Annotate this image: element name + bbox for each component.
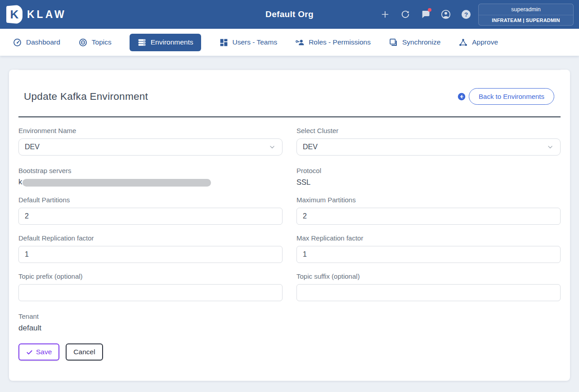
maximum-partitions-field: Maximum Partitions <box>296 187 561 225</box>
refresh-button[interactable] <box>399 9 411 20</box>
grid-icon <box>219 38 229 47</box>
hub-icon <box>458 38 468 47</box>
protocol-field: Protocol SSL <box>296 156 561 187</box>
card-header: Update Kafka Environment Back to Environ… <box>18 82 561 116</box>
page-title: Update Kafka Environment <box>24 91 148 102</box>
notification-dot <box>428 8 431 12</box>
back-to-environments-button[interactable]: Back to Environments <box>469 88 554 105</box>
main-nav: Dashboard Topics Environments Users - Te… <box>0 29 579 56</box>
nav-label: Synchronize <box>402 38 440 46</box>
nav-label: Roles - Permissions <box>309 38 371 46</box>
nav-label: Topics <box>92 38 112 46</box>
update-environment-card: Update Kafka Environment Back to Environ… <box>9 70 570 381</box>
nav-roles-permissions[interactable]: Roles - Permissions <box>295 38 371 47</box>
environment-name-field: Environment Name DEV <box>18 117 283 156</box>
redaction-overlay <box>22 179 211 187</box>
help-icon: ? <box>461 9 471 20</box>
user-icon <box>440 9 451 20</box>
tenant-value: default <box>18 324 283 333</box>
nav-label: Dashboard <box>26 38 60 46</box>
topic-prefix-input[interactable] <box>18 284 283 301</box>
brand[interactable]: K KLAW <box>6 5 67 24</box>
cancel-button[interactable]: Cancel <box>66 343 103 361</box>
tenant-spacer <box>296 301 561 333</box>
header-actions: ? <box>379 9 472 20</box>
top-header: K KLAW Default Org ? superadmin INFRATEA… <box>0 0 579 29</box>
nav-label: Approve <box>472 38 498 46</box>
maximum-partitions-input[interactable] <box>296 208 561 225</box>
nav-approve[interactable]: Approve <box>458 38 498 47</box>
default-replication-factor-field: Default Replication factor <box>18 225 283 263</box>
nav-label: Users - Teams <box>233 38 278 46</box>
brand-name: KLAW <box>27 9 67 21</box>
nav-topics[interactable]: Topics <box>78 38 112 47</box>
maximum-partitions-label: Maximum Partitions <box>296 196 561 204</box>
save-button[interactable]: Save <box>18 343 59 361</box>
notifications-button[interactable] <box>420 9 431 20</box>
org-title: Default Org <box>265 9 314 19</box>
bootstrap-servers-visible-text: k <box>18 178 22 186</box>
back-arrow-icon[interactable] <box>458 93 466 101</box>
environment-form: Environment Name DEV Select Cluster DEV … <box>18 117 561 371</box>
add-button[interactable] <box>379 9 391 20</box>
form-actions: Save Cancel <box>18 343 561 371</box>
card-top-divider <box>18 70 561 82</box>
topic-suffix-label: Topic suffix (optional) <box>296 272 561 280</box>
nav-environments[interactable]: Environments <box>130 34 201 51</box>
select-cluster-select[interactable]: DEV <box>296 138 561 156</box>
default-partitions-input[interactable] <box>18 208 283 225</box>
bootstrap-servers-value: k <box>18 178 283 186</box>
bootstrap-servers-label: Bootstrap servers <box>18 167 283 174</box>
main-content: Update Kafka Environment Back to Environ… <box>0 56 579 392</box>
default-partitions-field: Default Partitions <box>18 187 283 225</box>
user-info[interactable]: superadmin INFRATEAM | SUPERADMIN <box>478 4 574 26</box>
refresh-icon <box>400 9 411 20</box>
help-button[interactable]: ? <box>460 9 472 20</box>
default-partitions-label: Default Partitions <box>18 196 283 204</box>
plus-icon <box>380 9 390 19</box>
servers-icon <box>137 38 147 47</box>
username: superadmin <box>479 4 573 15</box>
klaw-logo-icon: K <box>6 5 22 24</box>
default-replication-factor-label: Default Replication factor <box>18 234 283 242</box>
max-replication-factor-label: Max Replication factor <box>296 234 561 242</box>
environment-name-value: DEV <box>25 143 40 151</box>
topic-suffix-input[interactable] <box>296 284 561 301</box>
select-cluster-value: DEV <box>303 143 318 151</box>
svg-text:?: ? <box>464 11 468 18</box>
check-icon <box>26 349 33 356</box>
protocol-label: Protocol <box>296 167 561 174</box>
tenant-field: Tenant default <box>18 301 283 333</box>
environment-name-select[interactable]: DEV <box>18 138 283 156</box>
topic-prefix-field: Topic prefix (optional) <box>18 263 283 301</box>
topic-suffix-field: Topic suffix (optional) <box>296 263 561 301</box>
target-icon <box>78 38 88 47</box>
max-replication-factor-field: Max Replication factor <box>296 225 561 263</box>
gauge-icon <box>13 38 22 47</box>
tenant-label: Tenant <box>18 312 283 320</box>
back-controls: Back to Environments <box>458 88 554 105</box>
key-user-icon <box>295 38 305 47</box>
nav-label: Environments <box>151 38 193 46</box>
chevron-down-icon <box>268 143 276 151</box>
nav-users-teams[interactable]: Users - Teams <box>219 38 278 47</box>
environment-name-label: Environment Name <box>18 127 283 134</box>
nav-dashboard[interactable]: Dashboard <box>13 38 60 47</box>
topic-prefix-label: Topic prefix (optional) <box>18 272 283 280</box>
copy-icon <box>389 38 398 47</box>
select-cluster-label: Select Cluster <box>296 127 561 134</box>
default-replication-factor-input[interactable] <box>18 246 283 263</box>
max-replication-factor-input[interactable] <box>296 246 561 263</box>
chevron-down-icon <box>546 143 554 151</box>
select-cluster-field: Select Cluster DEV <box>296 117 561 156</box>
bootstrap-servers-field: Bootstrap servers k <box>18 156 283 187</box>
protocol-value: SSL <box>296 178 561 187</box>
nav-synchronize[interactable]: Synchronize <box>389 38 440 47</box>
team-role: INFRATEAM | SUPERADMIN <box>479 15 573 25</box>
user-menu-button[interactable] <box>440 9 452 20</box>
save-button-label: Save <box>36 348 52 356</box>
